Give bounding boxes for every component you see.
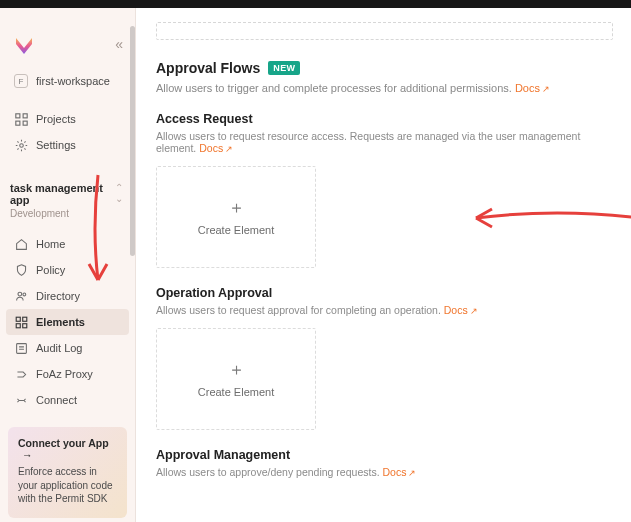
operation-approval-desc: Allows users to request approval for com… [156,304,441,316]
sidebar-item-directory[interactable]: Directory [6,283,129,309]
create-label: Create Element [198,386,274,398]
main-content: Approval Flows NEW Allow users to trigge… [136,8,631,522]
svg-rect-2 [15,121,19,125]
app-logo [12,32,36,56]
sidebar-label: FoAz Proxy [36,368,93,380]
arrow-right-icon: → [22,449,33,461]
svg-point-6 [22,293,25,296]
sidebar-item-elements[interactable]: Elements [6,309,129,335]
sidebar-label: Home [36,238,65,250]
window-top-bar [0,0,631,8]
sidebar-label: Elements [36,316,85,328]
sidebar-item-connect[interactable]: Connect [6,387,129,413]
approval-flows-docs-link[interactable]: Docs↗ [515,82,550,94]
elements-icon [14,315,28,329]
gear-icon [14,138,28,152]
environment-stage: Development [10,208,125,219]
sidebar-label: Directory [36,290,80,302]
sidebar-label: Policy [36,264,65,276]
project-name: task management app [10,182,125,206]
create-element-operation-approval[interactable]: ＋ Create Element [156,328,316,430]
grid-icon [14,112,28,126]
sidebar-item-projects[interactable]: Projects [6,106,129,132]
operation-approval-title: Operation Approval [156,286,613,300]
previous-section-tail [156,22,613,40]
plus-icon: ＋ [228,361,245,378]
external-link-icon: ↗ [470,306,478,316]
workspace-letter: F [14,74,28,88]
connect-card-title: Connect your App [18,437,109,449]
connect-app-card[interactable]: Connect your App → Enforce access in you… [8,427,127,518]
approval-management-desc: Allows users to approve/deny pending req… [156,466,380,478]
sidebar-scrollbar[interactable] [130,26,135,256]
external-link-icon: ↗ [542,84,550,94]
sidebar-label: Settings [36,139,76,151]
approval-management-title: Approval Management [156,448,613,462]
connect-card-body: Enforce access in your application code … [18,465,117,506]
sidebar-item-foaz-proxy[interactable]: FoAz Proxy [6,361,129,387]
operation-approval-docs-link[interactable]: Docs↗ [444,304,478,316]
audit-icon [14,341,28,355]
svg-rect-10 [22,323,26,327]
svg-point-5 [18,292,22,296]
external-link-icon: ↗ [225,144,233,154]
workspace-name: first-workspace [36,75,110,87]
new-badge: NEW [268,61,300,75]
environment-switcher[interactable]: task management app Development ⌃⌄ [0,176,135,221]
access-request-title: Access Request [156,112,613,126]
svg-rect-1 [23,113,27,117]
svg-rect-0 [15,113,19,117]
sidebar-collapse-icon[interactable]: « [115,36,123,52]
sidebar-item-audit-log[interactable]: Audit Log [6,335,129,361]
workspace-switcher[interactable]: F first-workspace [6,68,129,94]
svg-point-4 [19,143,23,147]
svg-rect-11 [16,343,26,353]
sidebar-label: Connect [36,394,77,406]
svg-rect-7 [16,317,20,321]
access-request-docs-link[interactable]: Docs↗ [199,142,233,154]
sidebar-item-home[interactable]: Home [6,231,129,257]
sidebar-item-settings[interactable]: Settings [6,132,129,158]
create-label: Create Element [198,224,274,236]
plus-icon: ＋ [228,199,245,216]
approval-flows-desc: Allow users to trigger and complete proc… [156,82,512,94]
home-icon [14,237,28,251]
sidebar-label: Audit Log [36,342,82,354]
sidebar-label: Projects [36,113,76,125]
svg-rect-3 [23,121,27,125]
shield-icon [14,263,28,277]
users-icon [14,289,28,303]
proxy-icon [14,367,28,381]
external-link-icon: ↗ [408,468,416,478]
chevron-updown-icon: ⌃⌄ [115,182,123,204]
sidebar-item-policy[interactable]: Policy [6,257,129,283]
create-element-access-request[interactable]: ＋ Create Element [156,166,316,268]
svg-rect-8 [22,317,26,321]
svg-rect-9 [16,323,20,327]
approval-flows-title: Approval Flows [156,60,260,76]
connect-icon [14,393,28,407]
approval-management-docs-link[interactable]: Docs↗ [382,466,416,478]
sidebar: « F first-workspace Projects Settings ta… [0,8,136,522]
